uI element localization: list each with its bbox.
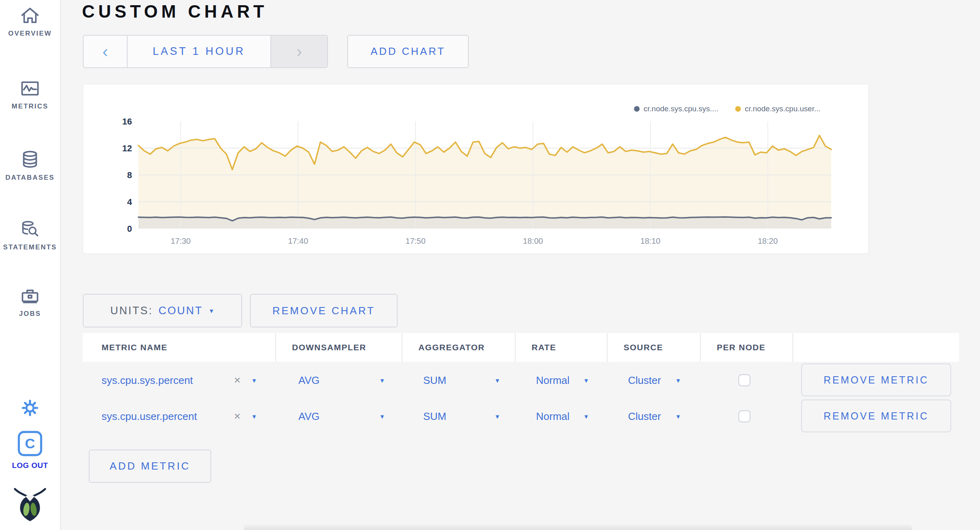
database-icon — [20, 150, 40, 171]
sidebar-item-metrics[interactable]: METRICS — [0, 78, 60, 110]
chevron-down-icon[interactable]: ▼ — [583, 363, 589, 397]
legend-dot-icon — [634, 106, 640, 112]
sidebar-item-databases[interactable]: DATABASES — [0, 150, 60, 182]
remove-metric-button[interactable]: REMOVE METRIC — [801, 400, 951, 432]
sidebar-logout[interactable]: C LOG OUT — [0, 431, 60, 470]
column-header-actions — [793, 333, 959, 362]
svg-text:17:30: 17:30 — [171, 237, 191, 245]
cockroach-bug-logo — [13, 516, 47, 522]
logout-label: LOG OUT — [0, 461, 60, 470]
time-window-label: LAST 1 HOUR — [153, 45, 246, 58]
time-window-next-button[interactable]: › — [270, 36, 327, 67]
time-window-dropdown[interactable]: LAST 1 HOUR — [128, 36, 270, 67]
metric-name-select[interactable]: sys.cpu.user.percent — [102, 400, 197, 433]
next-section-shadow — [244, 524, 912, 530]
svg-text:12: 12 — [122, 143, 132, 153]
column-header-downsampler: DOWNSAMPLER — [276, 333, 402, 362]
rate-select[interactable]: Normal — [536, 363, 570, 397]
statements-search-icon — [20, 219, 40, 241]
metrics-chart-icon — [20, 78, 40, 100]
chevron-down-icon: ▼ — [208, 307, 214, 314]
column-header-metric-name: METRIC NAME — [83, 333, 276, 362]
chevron-down-icon[interactable]: ▼ — [494, 363, 500, 397]
time-window-selector: ‹ LAST 1 HOUR › — [83, 35, 328, 68]
chevron-down-icon[interactable]: ▼ — [379, 363, 385, 397]
chevron-down-icon[interactable]: ▼ — [251, 400, 257, 433]
chevron-left-icon: ‹ — [102, 42, 108, 61]
units-dropdown[interactable]: UNITS: COUNT ▼ — [83, 294, 242, 327]
rate-select[interactable]: Normal — [536, 400, 570, 433]
sidebar-item-label: DATABASES — [0, 174, 60, 182]
downsampler-select[interactable]: AVG — [298, 400, 320, 433]
legend-label: cr.node.sys.cpu.sys.... — [644, 104, 718, 113]
briefcase-icon — [20, 286, 40, 307]
home-icon — [20, 6, 40, 27]
add-chart-button[interactable]: ADD CHART — [347, 35, 469, 68]
legend-entry-sys[interactable]: cr.node.sys.cpu.sys.... — [634, 104, 718, 113]
sidebar-item-label: JOBS — [0, 310, 60, 318]
sidebar-item-overview[interactable]: OVERVIEW — [0, 6, 60, 38]
legend-label: cr.node.sys.cpu.user... — [745, 104, 820, 113]
source-select[interactable]: Cluster — [628, 363, 661, 397]
chart-card: 048121617:3017:4017:5018:0018:1018:20 cr… — [83, 84, 869, 254]
chevron-down-icon[interactable]: ▼ — [675, 363, 681, 397]
aggregator-select[interactable]: SUM — [423, 400, 446, 433]
sidebar-item-statements[interactable]: STATEMENTS — [0, 219, 60, 251]
sidebar-item-jobs[interactable]: JOBS — [0, 286, 60, 318]
source-select[interactable]: Cluster — [628, 400, 661, 433]
legend-dot-icon — [735, 106, 741, 112]
sidebar-item-label: STATEMENTS — [0, 243, 60, 251]
units-value: COUNT — [158, 305, 203, 317]
svg-text:16: 16 — [122, 116, 132, 126]
sidebar-item-label: OVERVIEW — [0, 30, 60, 38]
downsampler-select[interactable]: AVG — [298, 363, 320, 397]
table-row: sys.cpu.user.percent × ▼ AVG ▼ SUM ▼ Nor… — [83, 400, 959, 433]
svg-text:8: 8 — [127, 170, 132, 180]
clear-metric-icon[interactable]: × — [234, 363, 240, 397]
svg-text:17:40: 17:40 — [288, 237, 308, 245]
remove-chart-button[interactable]: REMOVE CHART — [250, 294, 398, 327]
svg-text:18:00: 18:00 — [523, 237, 543, 245]
gear-icon — [21, 399, 39, 419]
sidebar-item-label: METRICS — [0, 102, 60, 110]
svg-text:4: 4 — [127, 197, 132, 207]
per-node-checkbox[interactable] — [738, 410, 750, 422]
svg-text:0: 0 — [127, 224, 132, 234]
chevron-down-icon[interactable]: ▼ — [675, 400, 681, 433]
sidebar-settings[interactable] — [0, 399, 60, 419]
sidebar-logo — [0, 484, 60, 523]
chevron-down-icon[interactable]: ▼ — [379, 400, 385, 433]
chevron-down-icon[interactable]: ▼ — [494, 400, 500, 433]
table-row: sys.cpu.sys.percent × ▼ AVG ▼ SUM ▼ Norm… — [83, 363, 959, 397]
aggregator-select[interactable]: SUM — [423, 363, 446, 397]
column-header-source: SOURCE — [608, 333, 701, 362]
column-header-per-node: PER NODE — [701, 333, 793, 362]
svg-text:18:10: 18:10 — [640, 237, 660, 245]
sidebar: OVERVIEW METRICS DATABASES — [0, 0, 61, 530]
page-title: CUSTOM CHART — [82, 2, 268, 22]
chevron-down-icon[interactable]: ▼ — [251, 363, 257, 397]
cockroach-c-icon: C — [18, 431, 42, 458]
time-window-prev-button[interactable]: ‹ — [84, 36, 128, 67]
clear-metric-icon[interactable]: × — [234, 400, 240, 433]
chart-legend: cr.node.sys.cpu.sys.... cr.node.sys.cpu.… — [634, 104, 820, 113]
remove-metric-button[interactable]: REMOVE METRIC — [801, 363, 951, 396]
metrics-table-header: METRIC NAME DOWNSAMPLER AGGREGATOR RATE … — [83, 333, 959, 362]
chevron-down-icon[interactable]: ▼ — [583, 400, 589, 433]
units-label: UNITS: — [110, 305, 153, 317]
svg-text:C: C — [25, 436, 35, 451]
custom-chart-page: OVERVIEW METRICS DATABASES — [0, 0, 980, 530]
svg-text:17:50: 17:50 — [406, 237, 426, 245]
metric-name-select[interactable]: sys.cpu.sys.percent — [102, 363, 193, 397]
column-header-aggregator: AGGREGATOR — [402, 333, 516, 362]
chevron-right-icon: › — [296, 42, 302, 61]
svg-text:18:20: 18:20 — [758, 237, 778, 245]
add-metric-button[interactable]: ADD METRIC — [89, 450, 211, 483]
column-header-rate: RATE — [516, 333, 608, 362]
per-node-checkbox[interactable] — [738, 374, 750, 386]
legend-entry-user[interactable]: cr.node.sys.cpu.user... — [735, 104, 820, 113]
